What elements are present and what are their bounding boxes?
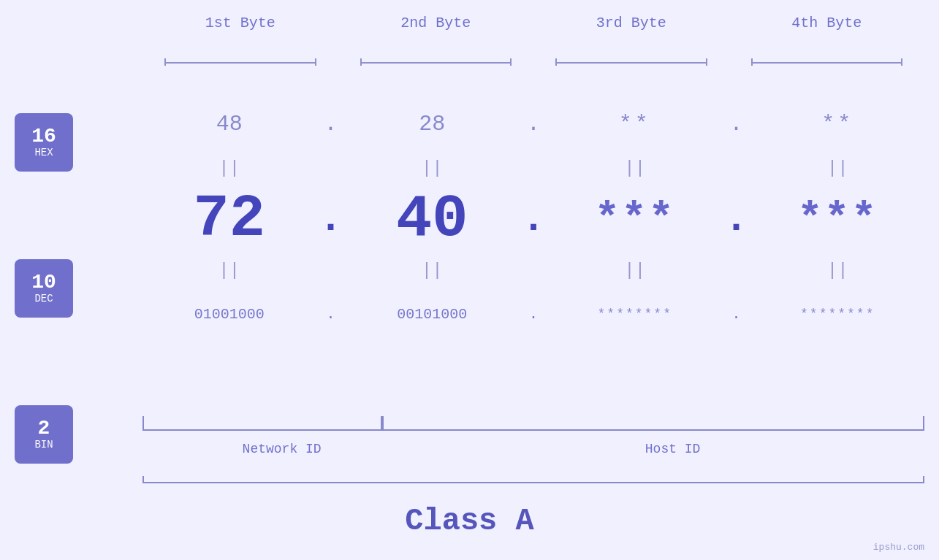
eq2-sep2 — [519, 256, 548, 285]
byte2-top-bracket — [338, 55, 534, 69]
class-label: Class A — [0, 504, 939, 539]
dec-b3: *** — [548, 183, 722, 256]
eq-sep3 — [722, 153, 751, 183]
top-brackets — [142, 55, 924, 69]
hex-badge: 16 HEX — [15, 113, 73, 172]
dec-badge: 10 DEC — [15, 259, 73, 318]
eq2-sep1 — [316, 256, 346, 285]
eq2-b1: || — [142, 256, 316, 285]
byte4-top-bracket — [729, 55, 925, 69]
host-id-label: Host ID — [421, 442, 924, 456]
hex-sep2: . — [519, 95, 548, 153]
dec-sep2: . — [519, 183, 548, 256]
full-bottom-bracket — [142, 482, 924, 483]
eq-sep2 — [519, 153, 548, 183]
eq-b2: || — [346, 153, 520, 183]
eq-b3: || — [548, 153, 722, 183]
byte1-header: 1st Byte — [142, 15, 338, 31]
dec-num: 10 — [31, 272, 56, 293]
dec-sep1: . — [316, 183, 346, 256]
byte2-header: 2nd Byte — [338, 15, 534, 31]
hex-b2: 28 — [346, 95, 520, 153]
eq2-b4: || — [751, 256, 925, 285]
bin-num: 2 — [38, 418, 50, 439]
eq-b4: || — [751, 153, 925, 183]
bin-badge: 2 BIN — [15, 405, 73, 464]
hex-name: HEX — [34, 147, 53, 159]
eq-b1: || — [142, 153, 316, 183]
bin-sep2: . — [519, 285, 548, 343]
dec-b4: *** — [751, 183, 925, 256]
byte4-header: 4th Byte — [729, 15, 925, 31]
bin-b1: 01001000 — [142, 285, 316, 343]
dec-name: DEC — [34, 293, 53, 305]
hex-sep3: . — [722, 95, 751, 153]
dec-sep3: . — [722, 183, 751, 256]
eq-sep1 — [316, 153, 346, 183]
watermark: ipshu.com — [873, 542, 924, 553]
byte3-header: 3rd Byte — [533, 15, 729, 31]
hex-b1: 48 — [142, 95, 316, 153]
eq2-b3: || — [548, 256, 722, 285]
network-id-label: Network ID — [142, 442, 421, 456]
dec-b2: 40 — [346, 183, 520, 256]
hex-num: 16 — [31, 126, 56, 147]
hex-b4: ** — [751, 95, 925, 153]
bin-sep1: . — [316, 285, 346, 343]
hex-b3: ** — [548, 95, 722, 153]
network-bracket — [142, 416, 382, 431]
bin-b3: ******** — [548, 285, 722, 343]
bin-b4: ******** — [751, 285, 925, 343]
main-container: 1st Byte 2nd Byte 3rd Byte 4th Byte 16 H… — [0, 0, 939, 560]
byte3-top-bracket — [533, 55, 729, 69]
bytes-grid: 48 . 28 . ** . ** || || || — [142, 95, 924, 343]
byte1-top-bracket — [142, 55, 338, 69]
eq2-sep3 — [722, 256, 751, 285]
bin-sep3: . — [722, 285, 751, 343]
bin-b2: 00101000 — [346, 285, 520, 343]
eq2-b2: || — [346, 256, 520, 285]
byte-headers: 1st Byte 2nd Byte 3rd Byte 4th Byte — [142, 15, 924, 31]
host-bracket — [382, 416, 925, 431]
base-labels: 16 HEX 10 DEC 2 BIN — [15, 113, 73, 464]
bin-name: BIN — [34, 439, 53, 451]
hex-sep1: . — [316, 95, 346, 153]
dec-b1: 72 — [142, 183, 316, 256]
